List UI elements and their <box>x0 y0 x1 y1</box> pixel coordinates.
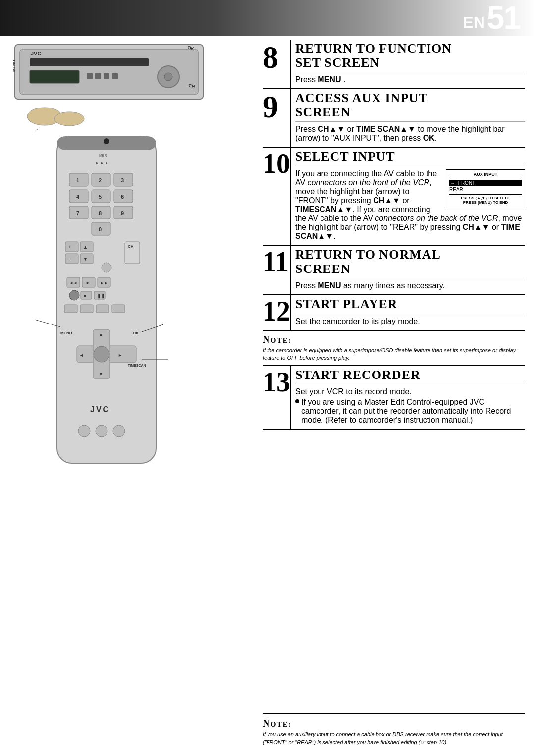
svg-point-19 <box>104 138 109 144</box>
section-8-title-line2: Set Screen <box>295 56 525 70</box>
svg-text:+: + <box>68 244 71 250</box>
section-11-title-line1: Return To Normal <box>295 248 525 262</box>
svg-text:3: 3 <box>121 177 124 183</box>
svg-point-21 <box>96 162 98 164</box>
svg-text:►: ► <box>118 353 122 358</box>
step-12-number: 12 <box>263 295 290 330</box>
step-11-number: 11 <box>263 246 290 294</box>
svg-text:↗: ↗ <box>35 128 38 132</box>
inset-item-rear: REAR <box>449 186 522 193</box>
section-10-title-block: Select Input <box>295 148 525 166</box>
svg-point-22 <box>101 162 103 164</box>
section-10: 10 Select Input AUX INPUT → FRONT REAR P… <box>263 148 525 246</box>
svg-rect-3 <box>30 70 79 83</box>
step-9-number: 9 <box>263 89 290 147</box>
svg-rect-69 <box>112 305 125 313</box>
section-12: 12 Start Player Set the camcorder to its… <box>263 295 525 331</box>
section-9-title-block: Access Aux Input Screen <box>295 89 525 122</box>
svg-point-83 <box>113 425 125 437</box>
svg-text:9: 9 <box>121 210 124 216</box>
note-section: NOTE: If the camcorder is equipped with … <box>263 331 525 366</box>
svg-text:JVC: JVC <box>90 405 110 414</box>
svg-text:6: 6 <box>121 194 124 200</box>
svg-point-23 <box>106 162 107 164</box>
svg-text:►: ► <box>86 280 90 285</box>
svg-text:2: 2 <box>99 177 102 183</box>
svg-text:❚❚: ❚❚ <box>97 293 105 299</box>
svg-text:■: ■ <box>84 293 86 298</box>
section-8-title-line1: Return To Function <box>295 42 525 56</box>
header-bar: EN 51 <box>0 0 535 36</box>
svg-rect-66 <box>64 305 77 313</box>
svg-rect-6 <box>104 73 109 79</box>
svg-text:►►: ►► <box>100 281 108 285</box>
illustration-area: JVC OK CH MENU ↗ MBR 1 2 3 4 5 <box>5 40 253 706</box>
svg-rect-46 <box>65 254 78 264</box>
svg-text:▲: ▲ <box>83 245 88 250</box>
svg-text:JVC: JVC <box>31 51 41 56</box>
svg-text:7: 7 <box>76 210 79 216</box>
svg-point-54 <box>102 263 111 272</box>
section-10-body: AUX INPUT → FRONT REAR PRESS (▲,▼) TO SE… <box>295 166 525 245</box>
en-label: EN <box>463 13 484 32</box>
section-8: 8 Return To Function Set Screen Press ME… <box>263 40 525 89</box>
svg-text:▲: ▲ <box>99 332 103 337</box>
note-label: NOTE: <box>263 334 525 345</box>
svg-point-61 <box>69 290 79 300</box>
section-11-title-block: Return To Normal Screen <box>295 246 525 278</box>
svg-text:1: 1 <box>76 177 79 183</box>
svg-text:CH: CH <box>128 244 134 249</box>
section-13-title-block: Start Recorder <box>295 366 525 385</box>
step-13-number: 13 <box>263 366 290 429</box>
bottom-note-label: NOTE: <box>263 718 525 729</box>
section-13-body: Set your VCR to its record mode. If you … <box>295 384 525 429</box>
section-13-title: Start Recorder <box>295 368 525 382</box>
svg-rect-68 <box>96 305 109 313</box>
section-13-bullet: If you are using a Master Edit Control-e… <box>295 398 525 425</box>
bottom-note-body: If you use an auxiliary input to connect… <box>263 731 525 746</box>
step-8-number: 8 <box>263 40 290 88</box>
section-11-body: Press MENU as many times as necessary. <box>295 278 525 294</box>
svg-text:−: − <box>68 256 71 262</box>
section-13: 13 Start Recorder Set your VCR to its re… <box>263 366 525 430</box>
section-12-body: Set the camcorder to its play mode. <box>295 314 525 330</box>
aux-input-inset-box: AUX INPUT → FRONT REAR PRESS (▲,▼) TO SE… <box>446 169 525 207</box>
svg-rect-44 <box>65 242 78 252</box>
section-11-title-line2: Screen <box>295 262 525 276</box>
svg-rect-5 <box>95 73 101 79</box>
svg-text:5: 5 <box>99 194 102 200</box>
bottom-note: NOTE: If you use an auxiliary input to c… <box>263 713 525 746</box>
svg-text:◄◄: ◄◄ <box>69 281 77 285</box>
svg-text:MENU: MENU <box>12 60 16 72</box>
svg-text:0: 0 <box>99 226 102 232</box>
section-10-title: Select Input <box>295 150 525 164</box>
right-panel: 8 Return To Function Set Screen Press ME… <box>263 40 525 746</box>
svg-text:◄: ◄ <box>79 353 84 358</box>
section-8-body: Press MENU . <box>295 72 525 88</box>
section-8-title-block: Return To Function Set Screen <box>295 40 525 72</box>
svg-point-9 <box>164 73 172 81</box>
svg-point-74 <box>94 346 109 362</box>
svg-rect-4 <box>87 73 93 79</box>
device-illustration-svg: JVC OK CH MENU ↗ MBR 1 2 3 4 5 <box>5 40 248 486</box>
section-9-title-line2: Screen <box>295 106 525 120</box>
inset-item-front: → FRONT <box>449 180 522 186</box>
svg-rect-67 <box>80 305 93 313</box>
section-12-title: Start Player <box>295 297 525 312</box>
section-12-title-block: Start Player <box>295 295 525 314</box>
page-number: 51 <box>487 2 520 34</box>
inset-title: AUX INPUT <box>449 172 522 178</box>
note-body: If the camcorder is equipped with a supe… <box>263 347 525 362</box>
svg-text:TIMESCAN: TIMESCAN <box>128 364 146 367</box>
section-11: 11 Return To Normal Screen Press MENU as… <box>263 246 525 295</box>
svg-text:MBR: MBR <box>99 154 107 157</box>
svg-point-81 <box>78 425 90 437</box>
svg-text:▼: ▼ <box>83 257 88 262</box>
svg-text:▼: ▼ <box>99 372 103 377</box>
svg-text:8: 8 <box>99 210 102 216</box>
svg-rect-7 <box>112 73 118 79</box>
svg-point-15 <box>54 112 84 126</box>
section-9: 9 Access Aux Input Screen Press CH▲▼ or … <box>263 89 525 148</box>
svg-rect-2 <box>30 58 149 66</box>
svg-text:4: 4 <box>76 194 80 200</box>
